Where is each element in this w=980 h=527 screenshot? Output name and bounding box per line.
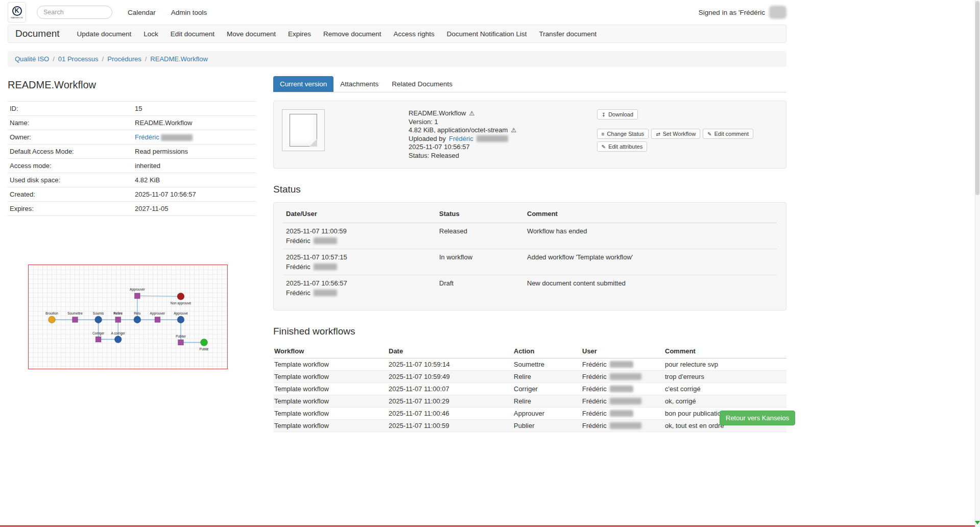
redacted-surname xyxy=(314,237,337,244)
wf-col-workflow: Workflow xyxy=(273,344,388,358)
breadcrumb-separator: / xyxy=(145,55,147,63)
warning-icon: ⚠ xyxy=(511,126,516,135)
document-properties-table: ID: 15 Name: README.Workflow Owner: Fréd… xyxy=(8,101,256,216)
property-label: Default Access Mode: xyxy=(8,145,133,159)
breadcrumb-separator: / xyxy=(53,55,55,63)
property-row: Used disk space: 4.82 KiB xyxy=(8,173,256,187)
property-value: 2025-11-07 10:56:57 xyxy=(133,187,256,202)
tab-current-version[interactable]: Current version xyxy=(273,76,333,92)
version-tabs: Current version Attachments Related Docu… xyxy=(273,76,786,92)
property-label: Name: xyxy=(8,116,133,130)
workflow-row: Template workflow 2025-11-07 11:00:07 Co… xyxy=(273,383,786,395)
svg-text:Soumettre: Soumettre xyxy=(67,312,83,315)
svg-text:Relire: Relire xyxy=(113,312,123,315)
change-status-button[interactable]: ≡ Change Status xyxy=(597,129,649,139)
svg-text:Non approuvé: Non approuvé xyxy=(171,301,192,305)
status-comment: Added workflow 'Template workflow' xyxy=(524,249,777,275)
svg-text:A corriger: A corriger xyxy=(111,331,125,336)
version-document-name: README.Workflow xyxy=(409,109,466,118)
property-row: Name: README.Workflow xyxy=(8,116,256,130)
svg-text:Soumis: Soumis xyxy=(93,312,104,315)
toolbar-item-expires[interactable]: Expires xyxy=(288,30,311,38)
toolbar-item-remove-document[interactable]: Remove document xyxy=(323,30,381,38)
version-panel-column: Current version Attachments Related Docu… xyxy=(273,67,786,432)
uploader-link[interactable]: Frédéric xyxy=(449,135,473,143)
toolbar-item-edit-document[interactable]: Edit document xyxy=(171,30,214,38)
svg-text:Approuver: Approuver xyxy=(150,312,165,316)
workflow-row: Template workflow 2025-11-07 10:59:14 So… xyxy=(273,358,786,371)
signed-in-text: Signed in as 'Frédéric xyxy=(699,9,765,16)
status-row: 2025-11-07 11:00:59 Frédéric Released Wo… xyxy=(283,223,777,249)
toolbar-item-lock[interactable]: Lock xyxy=(144,30,158,38)
status-comment: Workflow has ended xyxy=(524,223,777,249)
workflow-row: Template workflow 2025-11-07 11:00:29 Re… xyxy=(273,395,786,408)
status-table: Date/User Status Comment 2025-11-07 11:0… xyxy=(283,205,777,301)
warning-icon: ⚠ xyxy=(469,109,474,118)
status-date-user: 2025-11-07 11:00:59 Frédéric xyxy=(283,223,436,249)
file-icon xyxy=(290,114,317,147)
nav-link-calendar[interactable]: Calendar xyxy=(128,9,156,16)
back-to-kanseios-button[interactable]: Retour vers Kanseios xyxy=(720,411,795,425)
workflow-row: Template workflow 2025-11-07 11:00:46 Ap… xyxy=(273,408,786,420)
breadcrumb-link[interactable]: Procédures xyxy=(107,55,141,63)
bottom-red-divider xyxy=(0,525,980,526)
workflow-diagram-svg: BrouillonSoumettreSoumisRelireReluApprou… xyxy=(29,265,227,369)
kanseios-logo[interactable]: K KANSEIOS xyxy=(8,2,26,22)
edit-comment-button[interactable]: ✎ Edit comment xyxy=(703,129,753,139)
finished-workflows-table: Workflow Date Action User Comment Templa… xyxy=(273,344,786,432)
version-number: Version: 1 xyxy=(409,118,516,127)
document-details-panel: README.Workflow ID: 15 Name: README.Work… xyxy=(8,67,256,369)
status-date-user: 2025-11-07 10:56:57 Frédéric xyxy=(283,275,436,301)
property-row: Access mode: inherited xyxy=(8,159,256,173)
download-button[interactable]: ↧ Download xyxy=(597,109,638,119)
version-action-row: ≡ Change Status ⇄ Set Workflow ✎ Edit co… xyxy=(597,129,753,139)
version-status: Status: Released xyxy=(409,152,516,160)
status-section-heading: Status xyxy=(273,184,786,195)
redacted-surname xyxy=(610,410,633,417)
property-value: Read permissions xyxy=(133,145,256,159)
breadcrumb-separator: / xyxy=(102,55,104,63)
toolbar-item-update-document[interactable]: Update document xyxy=(77,30,132,38)
property-label: ID: xyxy=(8,102,133,116)
tab-related-documents[interactable]: Related Documents xyxy=(385,76,459,92)
workflow-row: Template workflow 2025-11-07 11:00:59 Pu… xyxy=(273,420,786,432)
toolbar-item-transfer-document[interactable]: Transfer document xyxy=(539,30,597,38)
status-col-status: Status xyxy=(436,205,524,223)
property-value: README.Workflow xyxy=(133,116,256,130)
tab-attachments[interactable]: Attachments xyxy=(333,76,385,92)
breadcrumb-link[interactable]: README.Workflow xyxy=(150,55,207,63)
svg-text:Brouillon: Brouillon xyxy=(45,312,58,315)
current-version-panel: README.Workflow ⚠ Version: 1 4.82 KiB, a… xyxy=(273,101,786,169)
redacted-surname xyxy=(610,361,633,368)
breadcrumb-link[interactable]: Qualité ISO xyxy=(15,55,49,63)
set-workflow-icon: ⇄ xyxy=(656,131,660,137)
document-thumbnail[interactable] xyxy=(282,109,325,151)
user-avatar[interactable] xyxy=(769,6,786,19)
toolbar-item-move-document[interactable]: Move document xyxy=(227,30,276,38)
status-date-user: 2025-11-07 10:57:15 Frédéric xyxy=(283,249,436,275)
status-col-comment: Comment xyxy=(524,205,777,223)
property-row: ID: 15 xyxy=(8,102,256,116)
version-info: README.Workflow ⚠ Version: 1 4.82 KiB, a… xyxy=(409,109,516,160)
toolbar-item-access-rights[interactable]: Access rights xyxy=(393,30,434,38)
nav-link-admin-tools[interactable]: Admin tools xyxy=(171,9,207,16)
property-value: inherited xyxy=(133,159,256,173)
status-comment: New document content submitted xyxy=(524,275,777,301)
edit-attributes-button[interactable]: ✎ Edit attributes xyxy=(597,141,648,152)
property-label: Created: xyxy=(8,187,133,202)
property-value: 2027-11-05 xyxy=(133,202,256,216)
top-navbar: K KANSEIOS Calendar Admin tools Signed i… xyxy=(0,0,794,25)
set-workflow-button[interactable]: ⇄ Set Workflow xyxy=(651,129,700,139)
status-value: Released xyxy=(436,223,524,249)
breadcrumb-link[interactable]: 01 Processus xyxy=(58,55,99,63)
scrollbar-track[interactable] xyxy=(975,0,980,527)
property-label: Used disk space: xyxy=(8,173,133,187)
owner-link[interactable]: Frédéric xyxy=(135,133,159,141)
search-input[interactable] xyxy=(37,6,112,19)
status-row: 2025-11-07 10:56:57 Frédéric Draft New d… xyxy=(283,275,777,301)
workflow-diagram: BrouillonSoumettreSoumisRelireReluApprou… xyxy=(28,265,228,369)
edit-comment-icon: ✎ xyxy=(707,131,711,137)
scrollbar-thumb[interactable] xyxy=(975,1,979,195)
toolbar-item-notification-list[interactable]: Document Notification List xyxy=(447,30,527,38)
breadcrumb: Qualité ISO/01 Processus/Procédures/READ… xyxy=(8,51,786,67)
